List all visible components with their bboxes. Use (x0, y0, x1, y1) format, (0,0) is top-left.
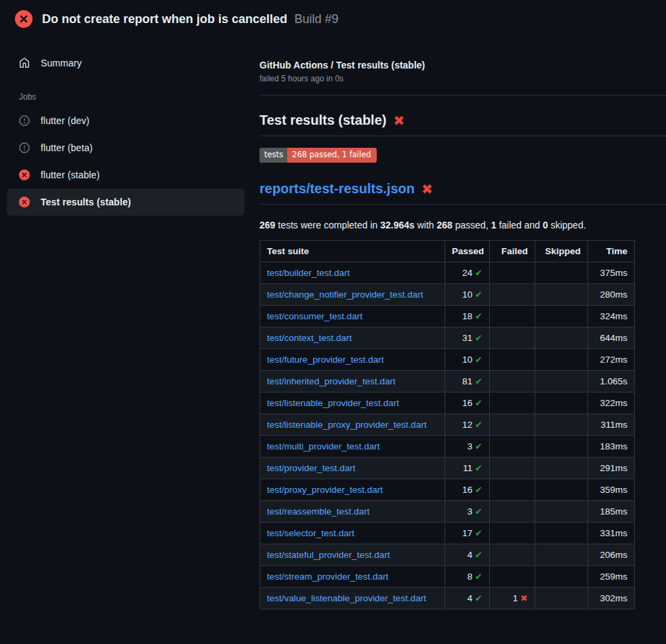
test-suite-link[interactable]: test/future_provider_test.dart (267, 355, 384, 365)
failed-cell (490, 522, 535, 544)
test-suite-link[interactable]: test/listenable_proxy_provider_test.dart (267, 420, 427, 430)
skipped-cell (535, 457, 588, 479)
table-row: test/proxy_provider_test.dart16 ✔359ms (260, 479, 635, 500)
check-icon: ✔ (475, 398, 482, 408)
x-icon: ✖ (520, 593, 528, 603)
time-cell: 291ms (588, 457, 635, 479)
passed-cell: 10 ✔ (445, 283, 490, 305)
sidebar-item-flutter-dev[interactable]: flutter (dev) (7, 107, 245, 134)
sidebar-item-test-results-stable[interactable]: Test results (stable) (7, 188, 245, 216)
failed-cell (490, 327, 535, 348)
failed-cell (490, 414, 535, 435)
skipped-cell (535, 544, 588, 565)
failed-x-icon: ✖ (393, 113, 404, 129)
test-suite-link[interactable]: test/listenable_provider_test.dart (267, 398, 399, 408)
table-row: test/selector_test.dart17 ✔331ms (260, 522, 635, 544)
section-title: Test results (stable)✖ (259, 113, 666, 136)
cancelled-icon (19, 142, 30, 153)
suite-cell: test/consumer_test.dart (260, 305, 445, 327)
test-suite-link[interactable]: test/consumer_test.dart (267, 311, 362, 321)
suite-cell: test/multi_provider_test.dart (260, 435, 445, 457)
failed-cell (490, 370, 535, 392)
table-row: test/stream_provider_test.dart8 ✔259ms (260, 565, 635, 587)
test-suite-link[interactable]: test/inherited_provider_test.dart (267, 376, 396, 386)
skipped-cell (535, 522, 588, 544)
run-meta: failed 5 hours ago in 0s (259, 74, 666, 83)
failed-icon (19, 169, 30, 180)
report-title: reports/test-results.json✖ (259, 181, 666, 205)
check-icon: ✔ (475, 506, 482, 517)
table-row: test/stateful_provider_test.dart4 ✔206ms (260, 544, 635, 565)
skipped-cell (535, 392, 588, 414)
home-icon (19, 58, 30, 68)
time-cell: 644ms (588, 327, 635, 348)
table-row: test/change_notifier_provider_test.dart1… (260, 283, 635, 305)
test-suite-link[interactable]: test/stateful_provider_test.dart (267, 550, 390, 560)
passed-cell: 12 ✔ (445, 414, 490, 435)
failed-cell (490, 544, 535, 565)
passed-cell: 18 ✔ (445, 305, 490, 327)
table-row: test/multi_provider_test.dart3 ✔183ms (260, 435, 635, 457)
col-failed: Failed (490, 240, 535, 262)
sidebar-item-flutter-beta[interactable]: flutter (beta) (7, 134, 245, 161)
time-cell: 185ms (588, 500, 635, 522)
badge-label: tests (259, 148, 287, 163)
time-cell: 280ms (588, 283, 635, 305)
passed-cell: 81 ✔ (445, 370, 490, 392)
test-suite-link[interactable]: test/proxy_provider_test.dart (267, 485, 383, 495)
suite-cell: test/future_provider_test.dart (260, 348, 445, 370)
test-suite-link[interactable]: test/multi_provider_test.dart (267, 441, 380, 451)
failed-x-icon: ✖ (421, 181, 433, 197)
time-cell: 375ms (588, 262, 635, 283)
suite-cell: test/change_notifier_provider_test.dart (260, 283, 445, 305)
cancelled-icon (19, 115, 30, 126)
check-icon: ✔ (475, 571, 482, 582)
passed-cell: 24 ✔ (445, 262, 490, 283)
check-icon: ✔ (475, 550, 482, 560)
table-row: test/value_listenable_provider_test.dart… (260, 587, 635, 609)
test-suite-link[interactable]: test/builder_test.dart (267, 268, 350, 278)
test-suite-link[interactable]: test/selector_test.dart (267, 528, 354, 538)
report-link[interactable]: reports/test-results.json (259, 181, 415, 196)
table-row: test/reassemble_test.dart3 ✔185ms (260, 500, 635, 522)
failed-icon (19, 197, 30, 207)
failed-cell (490, 348, 535, 370)
suite-cell: test/provider_test.dart (260, 457, 445, 479)
test-suite-link[interactable]: test/value_listenable_provider_test.dart (267, 593, 426, 603)
sidebar-item-summary[interactable]: Summary (7, 54, 245, 72)
sidebar-item-label: Test results (stable) (41, 197, 131, 207)
test-suite-link[interactable]: test/change_notifier_provider_test.dart (267, 289, 423, 300)
skipped-cell (535, 587, 588, 609)
skipped-cell (535, 414, 588, 435)
skipped-cell (535, 283, 588, 305)
table-row: test/inherited_provider_test.dart81 ✔1.0… (260, 370, 635, 392)
suite-cell: test/builder_test.dart (260, 262, 445, 283)
passed-cell: 17 ✔ (445, 522, 490, 544)
jobs-section-label: Jobs (19, 92, 245, 102)
failed-cell (490, 305, 535, 327)
passed-cell: 4 ✔ (445, 587, 490, 609)
time-cell: 324ms (588, 305, 635, 327)
failed-cell (490, 479, 535, 500)
tests-badge: tests268 passed, 1 failed (259, 148, 666, 163)
test-suite-link[interactable]: test/stream_provider_test.dart (267, 571, 388, 582)
test-suite-link[interactable]: test/reassemble_test.dart (267, 506, 370, 517)
skipped-cell (535, 565, 588, 587)
check-icon: ✔ (475, 355, 482, 365)
passed-cell: 3 ✔ (445, 435, 490, 457)
test-suite-link[interactable]: test/context_test.dart (267, 333, 352, 343)
failed-cell (490, 435, 535, 457)
sidebar: Summary Jobs flutter (dev)flutter (beta)… (0, 38, 249, 216)
failed-cell (490, 283, 535, 305)
check-icon: ✔ (475, 289, 482, 300)
suite-cell: test/selector_test.dart (260, 522, 445, 544)
test-suite-link[interactable]: test/provider_test.dart (267, 463, 356, 473)
skipped-cell (535, 435, 588, 457)
check-icon: ✔ (475, 333, 482, 343)
suite-cell: test/listenable_provider_test.dart (260, 392, 445, 414)
breadcrumb: GitHub Actions / Test results (stable) (259, 60, 666, 71)
table-row: test/consumer_test.dart18 ✔324ms (260, 305, 635, 327)
sidebar-item-flutter-stable[interactable]: flutter (stable) (7, 161, 245, 188)
suite-cell: test/stateful_provider_test.dart (260, 544, 445, 565)
skipped-cell (535, 500, 588, 522)
